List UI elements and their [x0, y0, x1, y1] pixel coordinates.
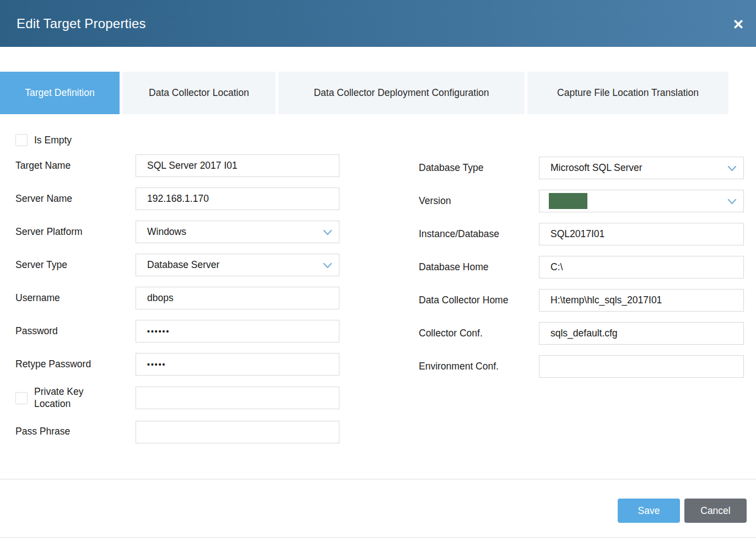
retype-password-field — [136, 353, 339, 376]
field-row-data-collector-home: Data Collector Home — [419, 289, 749, 312]
form-column-left: Is Empty Target NameServer NameServer Pl… — [15, 134, 346, 454]
field-label-target-name: Target Name — [15, 160, 136, 172]
field-row-collector-conf: Collector Conf. — [419, 322, 749, 345]
password-input[interactable] — [136, 320, 339, 342]
database-home-field — [539, 256, 744, 278]
server-platform-select — [136, 221, 339, 243]
username-field — [136, 287, 339, 309]
field-label-private-key-location: Private Key Location — [15, 386, 136, 410]
server-name-input[interactable] — [136, 188, 339, 210]
private-key-location-input[interactable] — [136, 387, 339, 409]
field-label-environment-conf: Environment Conf. — [419, 361, 539, 373]
save-button[interactable]: Save — [618, 499, 680, 523]
data-collector-home-field — [539, 289, 744, 312]
field-label-pass-phrase: Pass Phrase — [15, 426, 136, 438]
password-field — [136, 320, 339, 342]
field-label-server-platform: Server Platform — [15, 226, 136, 238]
field-row-server-platform: Server Platform — [15, 221, 346, 243]
field-label-retype-password: Retype Password — [15, 358, 136, 371]
footer-buttons: Save Cancel — [618, 499, 747, 523]
environment-conf-field — [539, 355, 744, 378]
is-empty-label: Is Empty — [34, 135, 72, 146]
edit-target-properties-dialog: Edit Target Properties ✕ Target Definiti… — [0, 0, 756, 541]
field-row-environment-conf: Environment Conf. — [419, 355, 749, 378]
field-row-pass-phrase: Pass Phrase — [15, 421, 346, 443]
chevron-down-icon[interactable] — [727, 164, 737, 173]
field-row-private-key-location: Private Key Location — [15, 386, 346, 410]
dialog-content: Is Empty Target NameServer NameServer Pl… — [0, 114, 756, 479]
chevron-down-icon[interactable] — [727, 197, 737, 206]
retype-password-input[interactable] — [136, 353, 339, 375]
version-select — [539, 190, 744, 212]
private-key-location-checkbox[interactable] — [15, 392, 28, 404]
field-row-server-name: Server Name — [15, 188, 346, 210]
field-label-version: Version — [419, 195, 539, 207]
field-label-text: Server Type — [15, 259, 67, 271]
chevron-down-icon[interactable] — [323, 261, 332, 270]
username-input[interactable] — [136, 287, 339, 309]
server-type-input[interactable] — [136, 254, 339, 276]
field-label-collector-conf: Collector Conf. — [419, 328, 539, 340]
field-row-server-type: Server Type — [15, 254, 346, 276]
server-name-field — [136, 188, 339, 210]
chevron-down-icon[interactable] — [323, 228, 332, 237]
field-label-text: Username — [15, 292, 60, 304]
close-icon[interactable]: ✕ — [728, 14, 748, 34]
collector-conf-input[interactable] — [539, 323, 743, 344]
cancel-button[interactable]: Cancel — [684, 499, 747, 523]
tab-bar: Target DefinitionData Collector Location… — [0, 72, 728, 114]
field-label-text: Pass Phrase — [15, 426, 70, 438]
tab-capture-file-location-translation[interactable]: Capture File Location Translation — [527, 72, 728, 114]
field-label-text: Version — [419, 195, 451, 207]
database-home-input[interactable] — [539, 256, 743, 278]
tab-data-collector-location[interactable]: Data Collector Location — [122, 72, 276, 114]
field-row-database-type: Database Type — [419, 157, 749, 179]
field-label-text: Data Collector Home — [419, 294, 508, 307]
field-row-target-name: Target Name — [15, 154, 346, 177]
field-label-data-collector-home: Data Collector Home — [419, 294, 539, 307]
database-type-input[interactable] — [539, 157, 743, 179]
field-label-text: Target Name — [15, 160, 71, 172]
dialog-header: Edit Target Properties ✕ — [0, 0, 756, 47]
database-type-select — [539, 157, 744, 179]
data-collector-home-input[interactable] — [539, 290, 743, 311]
field-label-username: Username — [15, 292, 136, 304]
field-label-text: Server Platform — [15, 226, 83, 238]
server-type-select — [136, 254, 339, 276]
field-label-text: Database Home — [419, 261, 488, 274]
environment-conf-input[interactable] — [539, 356, 743, 377]
collector-conf-field — [539, 322, 744, 345]
field-row-database-home: Database Home — [419, 256, 749, 278]
private-key-location-field — [136, 387, 339, 409]
field-label-instance-database: Instance/Database — [419, 228, 539, 240]
dialog-footer: Save Cancel — [0, 479, 756, 538]
pass-phrase-field — [136, 421, 339, 443]
field-row-username: Username — [15, 287, 346, 309]
field-label-text: Environment Conf. — [419, 361, 499, 373]
is-empty-checkbox[interactable] — [15, 134, 28, 146]
field-label-text: Password — [15, 325, 58, 338]
field-row-instance-database: Instance/Database — [419, 223, 749, 245]
target-name-input[interactable] — [136, 155, 339, 176]
is-empty-row: Is Empty — [15, 134, 346, 146]
field-label-database-home: Database Home — [419, 261, 539, 274]
field-label-password: Password — [15, 325, 136, 338]
instance-database-input[interactable] — [539, 223, 743, 245]
field-label-text: Retype Password — [15, 358, 91, 371]
field-label-text: Instance/Database — [419, 228, 499, 240]
field-label-text: Server Name — [15, 193, 72, 205]
field-row-version: Version — [419, 190, 749, 212]
tab-target-definition[interactable]: Target Definition — [0, 72, 120, 114]
tab-data-collector-deployment-configuration[interactable]: Data Collector Deployment Configuration — [278, 72, 525, 114]
instance-database-field — [539, 223, 744, 245]
server-platform-input[interactable] — [136, 221, 339, 243]
field-label-text: Database Type — [419, 162, 483, 174]
target-name-field — [136, 154, 339, 177]
pass-phrase-input[interactable] — [136, 421, 339, 443]
field-label-database-type: Database Type — [419, 162, 539, 174]
form-column-right: Database TypeVersionInstance/DatabaseDat… — [419, 134, 749, 388]
field-row-password: Password — [15, 320, 346, 342]
field-row-retype-password: Retype Password — [15, 353, 346, 376]
version-redaction — [549, 193, 587, 209]
field-label-server-name: Server Name — [15, 193, 136, 205]
